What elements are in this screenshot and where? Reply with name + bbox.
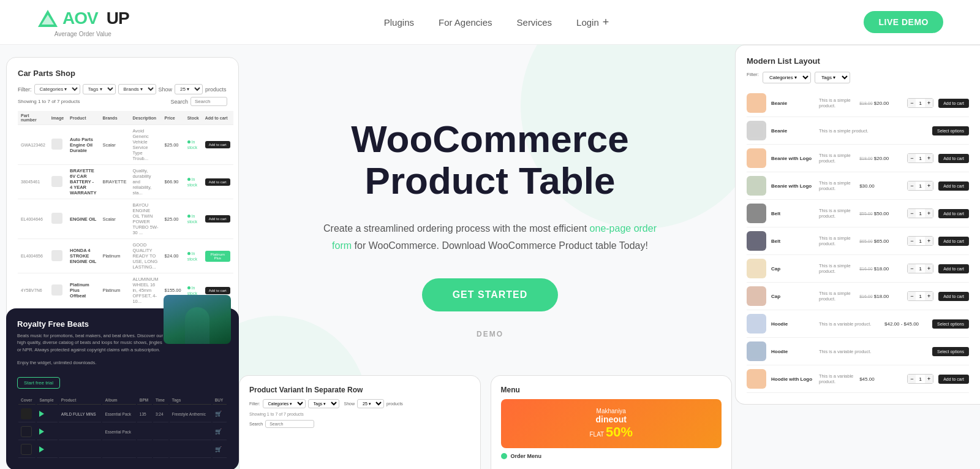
add-to-cart-button[interactable]: Add to cart xyxy=(938,209,969,218)
beat-tag: Freestyle Anthemic xyxy=(170,406,211,422)
main-content: Car Parts Shop Filter: Categories ▾ Tags… xyxy=(0,45,980,469)
right-categories-select[interactable]: Categories ▾ xyxy=(763,72,811,83)
add-to-cart-button[interactable]: Add to cart xyxy=(938,264,969,273)
list-item: Belt This is a simple product. $55.00 $5… xyxy=(747,200,969,227)
nav-item-login[interactable]: Login + xyxy=(576,16,609,29)
add-to-cart-button[interactable]: Platinum Plus xyxy=(205,251,230,262)
logo[interactable]: AOV UP Average Order Value xyxy=(37,7,129,37)
filter-tags-select[interactable]: Tags ▾ xyxy=(83,84,116,94)
qty-increase[interactable]: + xyxy=(925,181,933,190)
qty-increase[interactable]: + xyxy=(925,292,933,300)
filter-categories-select[interactable]: Categories ▾ xyxy=(34,84,80,94)
qty-increase[interactable]: + xyxy=(925,237,933,245)
play-icon-3[interactable] xyxy=(39,446,45,452)
nav-item-plugins[interactable]: Plugins xyxy=(384,17,414,28)
cart-icon[interactable]: 🛒 xyxy=(215,411,222,417)
live-demo-button[interactable]: LIVE DEMO xyxy=(864,11,943,33)
beat-tag-3 xyxy=(170,441,211,458)
nav-item-agencies[interactable]: For Agencies xyxy=(439,17,492,28)
list-item: Cap This is a simple product. $16.00 $18… xyxy=(747,255,969,283)
hero-title: WooCommerce Product Table xyxy=(318,118,662,202)
product-name: Platinum Plus Offbeat xyxy=(67,273,99,308)
select-options-button[interactable]: Select options xyxy=(932,319,969,329)
one-page-form-link[interactable]: one-page order form xyxy=(332,223,657,250)
add-to-cart-button[interactable]: Add to cart xyxy=(205,287,230,294)
add-to-cart-button[interactable]: Add to cart xyxy=(938,292,969,301)
product-thumbnail xyxy=(747,204,766,223)
car-parts-title: Car Parts Shop xyxy=(18,69,227,78)
beat-thumb-2 xyxy=(21,426,32,437)
old-price: $16.00 xyxy=(859,267,872,271)
cart-icon-3[interactable]: 🛒 xyxy=(215,446,222,452)
product-desc: This is a simple product. xyxy=(819,291,854,302)
product-desc: ALUMINIUM WHEEL 16 in, 45mm OFFSET, 4-10… xyxy=(129,273,161,308)
variant-search-input[interactable] xyxy=(265,420,314,428)
qty-increase[interactable]: + xyxy=(925,375,933,383)
play-icon-2[interactable] xyxy=(39,429,45,435)
qty-decrease[interactable]: − xyxy=(908,209,916,218)
variant-categories-select[interactable]: Categories ▾ xyxy=(263,399,306,408)
product-name: Belt xyxy=(771,238,814,244)
product-image xyxy=(48,165,67,199)
free-trial-button[interactable]: Start free trial xyxy=(17,377,60,389)
add-to-cart-button[interactable]: Add to cart xyxy=(938,181,969,191)
beats-col-album: Album xyxy=(102,396,135,405)
qty-decrease[interactable]: − xyxy=(908,292,916,300)
product-image xyxy=(48,199,67,239)
product-stock: In stock xyxy=(184,239,202,273)
beats-image xyxy=(164,295,231,344)
add-to-cart-button[interactable]: Add to cart xyxy=(205,141,230,148)
beat-bpm-2 xyxy=(137,424,152,440)
beat-album: Essential Pack xyxy=(102,406,135,422)
right-filter-label: Filter: xyxy=(747,72,759,83)
add-to-cart-button[interactable]: Add to cart xyxy=(938,237,969,246)
add-to-cart-cell: Platinum Plus xyxy=(202,239,233,273)
add-to-cart-button[interactable]: Add to cart xyxy=(938,154,969,163)
play-icon[interactable] xyxy=(39,411,45,417)
filter-brands-select[interactable]: Brands ▾ xyxy=(118,84,156,94)
product-price: $16.00 $18.00 xyxy=(859,266,902,272)
product-price: $16.00 $18.00 xyxy=(859,294,902,299)
order-menu-row: Order Menu xyxy=(501,453,722,459)
product-brand: BRAYETTE xyxy=(99,165,129,199)
get-started-button[interactable]: GET STARTED xyxy=(422,278,559,311)
cart-icon-2[interactable]: 🛒 xyxy=(215,429,222,435)
qty-decrease[interactable]: − xyxy=(908,99,916,107)
qty-increase[interactable]: + xyxy=(925,99,933,107)
banner-discount: 50% xyxy=(606,424,633,440)
nav-login-label: Login xyxy=(576,17,599,28)
beats-col-sample: Sample xyxy=(37,396,57,405)
old-price: $18.00 xyxy=(859,101,872,105)
variant-show-select[interactable]: 25 ▾ xyxy=(357,399,384,408)
product-image xyxy=(48,125,67,165)
select-options-button[interactable]: Select options xyxy=(932,126,969,135)
qty-decrease[interactable]: − xyxy=(908,375,916,383)
product-name: Cap xyxy=(771,266,814,272)
beat-album-2: Essential Pack xyxy=(102,424,135,440)
qty-decrease[interactable]: − xyxy=(908,237,916,245)
show-select[interactable]: 25 ▾ xyxy=(175,84,203,94)
qty-decrease[interactable]: − xyxy=(908,181,916,190)
list-item: Hoodie This is a variable product. $42.0… xyxy=(747,310,969,338)
variant-tags-select[interactable]: Tags ▾ xyxy=(308,399,339,408)
qty-increase[interactable]: + xyxy=(925,154,933,162)
product-name: Belt xyxy=(771,211,814,216)
search-input[interactable] xyxy=(190,97,227,106)
list-item: Cap This is a simple product. $16.00 $18… xyxy=(747,283,969,310)
qty-increase[interactable]: + xyxy=(925,264,933,273)
add-to-cart-button[interactable]: Add to cart xyxy=(938,375,969,384)
qty-decrease[interactable]: − xyxy=(908,264,916,273)
nav-item-services[interactable]: Services xyxy=(517,17,552,28)
product-brand: Scalar xyxy=(99,199,129,239)
qty-decrease[interactable]: − xyxy=(908,154,916,162)
add-to-cart-button[interactable]: Add to cart xyxy=(205,215,230,223)
demo-link[interactable]: DEMO xyxy=(318,330,662,338)
beats-col-bpm: BPM xyxy=(137,396,152,405)
product-desc: BAYOU ENGINE OIL TWIN POWER TURBO 5W-30 … xyxy=(129,199,161,239)
select-options-button[interactable]: Select options xyxy=(932,347,969,356)
qty-increase[interactable]: + xyxy=(925,209,933,218)
right-tags-select[interactable]: Tags ▾ xyxy=(815,72,850,83)
product-stock: In stock xyxy=(184,165,202,199)
add-to-cart-button[interactable]: Add to cart xyxy=(938,99,969,108)
add-to-cart-button[interactable]: Add to cart xyxy=(205,178,230,186)
